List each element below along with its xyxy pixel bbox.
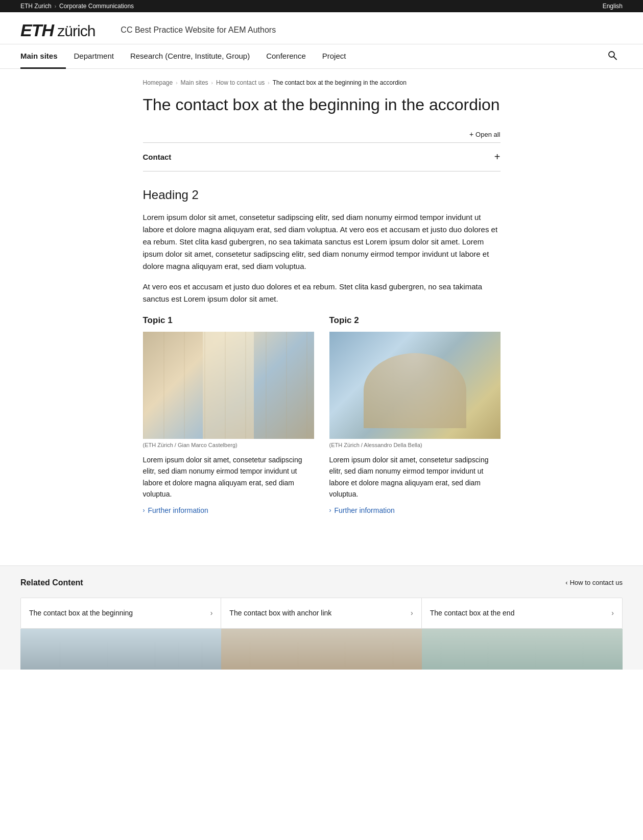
related-cards-container: The contact box at the beginning › The c…	[20, 598, 623, 629]
topic-1-column: Topic 1 (ETH Zürich / Gian Marco Castelb…	[143, 315, 314, 514]
topic-2-further-info-label: Further information	[335, 506, 395, 514]
nav-item-department[interactable]: Department	[66, 44, 122, 69]
related-card-2[interactable]: The contact box with anchor link ›	[221, 598, 421, 629]
breadcrumb-homepage[interactable]: Homepage	[143, 79, 173, 86]
content-section: Heading 2 Lorem ipsum dolor sit amet, co…	[143, 188, 501, 514]
accordion-controls: + Open all	[143, 130, 501, 138]
header: ETH zürich CC Best Practice Website for …	[0, 12, 643, 44]
topic-1-body: Lorem ipsum dolor sit amet, consetetur s…	[143, 454, 314, 500]
further-info-chevron-1: ›	[143, 507, 145, 514]
related-card-3[interactable]: The contact box at the end ›	[422, 598, 622, 629]
breadcrumb-main-sites[interactable]: Main sites	[181, 79, 208, 86]
breadcrumb-current: The contact box at the beginning in the …	[273, 79, 407, 86]
topic-1-image	[143, 332, 314, 439]
accordion-item: Contact +	[143, 142, 501, 171]
related-card-1-chevron: ›	[210, 609, 213, 617]
topic-2-further-info-link[interactable]: › Further information	[329, 506, 501, 514]
breadcrumb-chevron-3: ›	[211, 80, 213, 86]
related-content-header: Related Content ‹ How to contact us	[20, 578, 623, 587]
accordion-header[interactable]: Contact +	[143, 143, 501, 171]
related-content-title: Related Content	[20, 578, 83, 587]
breadcrumb-how-to-contact[interactable]: How to contact us	[216, 79, 265, 86]
nav-item-research[interactable]: Research (Centre, Institute, Group)	[122, 44, 258, 69]
heading-2: Heading 2	[143, 188, 501, 202]
related-card-3-label: The contact box at the end	[430, 608, 515, 619]
bottom-preview-images	[20, 629, 623, 670]
top-bar: ETH Zurich › Corporate Communications En…	[0, 0, 643, 12]
breadcrumb-chevron-1: ›	[55, 4, 56, 9]
topic-1-further-info-link[interactable]: › Further information	[143, 506, 314, 514]
bottom-preview-3	[422, 629, 623, 670]
open-all-label: Open all	[475, 131, 500, 138]
page-title: The contact box at the beginning in the …	[143, 94, 501, 115]
plus-icon: +	[469, 130, 473, 138]
nav-item-main-sites[interactable]: Main sites	[20, 44, 66, 69]
related-card-2-label: The contact box with anchor link	[229, 608, 331, 619]
related-card-1[interactable]: The contact box at the beginning ›	[21, 598, 221, 629]
related-card-1-label: The contact box at the beginning	[29, 608, 133, 619]
topic-1-title: Topic 1	[143, 315, 314, 326]
bottom-preview-2	[221, 629, 422, 670]
open-all-button[interactable]: + Open all	[469, 130, 501, 138]
topic-2-column: Topic 2 (ETH Zürich / Alessandro Della B…	[329, 315, 501, 514]
eth-logo[interactable]: ETH zürich	[20, 21, 95, 39]
related-content-section: Related Content ‹ How to contact us The …	[0, 565, 643, 670]
eth-text: ETH	[20, 20, 54, 40]
breadcrumb-chevron-4: ›	[268, 80, 269, 86]
topic-1-further-info-label: Further information	[148, 506, 208, 514]
topic-1-caption: (ETH Zürich / Gian Marco Castelberg)	[143, 442, 314, 448]
zurich-text: zürich	[54, 22, 95, 39]
further-info-chevron-2: ›	[329, 507, 331, 514]
language-label: English	[603, 3, 623, 10]
site-title: CC Best Practice Website for AEM Authors	[121, 26, 276, 35]
accordion-expand-icon: +	[494, 151, 501, 163]
breadcrumb-chevron-2: ›	[176, 80, 177, 86]
language-selector[interactable]: English	[603, 3, 623, 10]
related-card-3-chevron: ›	[611, 609, 614, 617]
nav-items: Main sites Department Research (Centre, …	[20, 44, 602, 68]
topic-2-title: Topic 2	[329, 315, 501, 326]
related-card-2-chevron: ›	[411, 609, 413, 617]
nav-item-project[interactable]: Project	[314, 44, 354, 69]
spacer	[143, 514, 501, 545]
search-icon[interactable]	[602, 45, 623, 68]
svg-line-1	[614, 57, 617, 60]
how-to-contact-back-link[interactable]: ‹ How to contact us	[565, 579, 623, 586]
breadcrumb: Homepage › Main sites › How to contact u…	[143, 79, 501, 86]
top-bar-left: ETH Zurich › Corporate Communications	[20, 3, 134, 10]
two-column-layout: Topic 1 (ETH Zürich / Gian Marco Castelb…	[143, 315, 501, 514]
accordion-label: Contact	[143, 153, 172, 161]
back-chevron: ‹	[565, 579, 567, 586]
bottom-preview-1	[20, 629, 221, 670]
topic-2-image	[329, 332, 501, 439]
body-text-1: Lorem ipsum dolor sit amet, consetetur s…	[143, 211, 501, 273]
main-content: Homepage › Main sites › How to contact u…	[123, 69, 521, 565]
eth-zurich-link[interactable]: ETH Zurich	[20, 3, 52, 10]
back-link-label: How to contact us	[570, 579, 623, 586]
corporate-communications-link[interactable]: Corporate Communications	[59, 3, 134, 10]
topic-2-body: Lorem ipsum dolor sit amet, consetetur s…	[329, 454, 501, 500]
main-nav: Main sites Department Research (Centre, …	[0, 44, 643, 69]
body-text-2: At vero eos et accusam et justo duo dolo…	[143, 281, 501, 305]
topic-2-caption: (ETH Zürich / Alessandro Della Bella)	[329, 442, 501, 448]
nav-item-conference[interactable]: Conference	[258, 44, 314, 69]
